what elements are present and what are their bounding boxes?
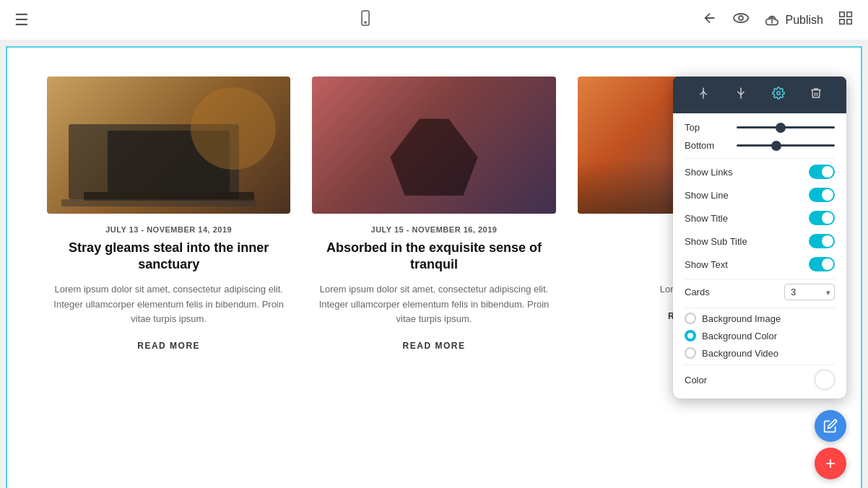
background-image-row: Background Image [685, 313, 835, 324]
card-2-read-more[interactable]: READ MORE [403, 341, 466, 351]
show-links-toggle[interactable] [809, 165, 835, 179]
show-line-label: Show Line [685, 190, 729, 201]
color-row: Color [685, 370, 835, 390]
background-video-radio[interactable] [685, 347, 696, 359]
background-color-label: Background Color [702, 331, 777, 341]
top-slider-row: Top [685, 122, 835, 133]
nav-center [357, 9, 374, 31]
show-line-row: Show Line [685, 186, 835, 204]
nav-left: ☰ [14, 11, 29, 30]
svg-point-11 [777, 92, 781, 95]
background-image-label: Background Image [702, 313, 781, 324]
bottom-label: Bottom [685, 140, 728, 151]
svg-rect-7 [847, 19, 851, 24]
color-label: Color [685, 375, 707, 385]
divider-2 [685, 279, 835, 279]
cards-label: Cards [685, 287, 710, 297]
color-swatch[interactable] [815, 370, 835, 390]
toolbar-actions [673, 77, 846, 113]
settings-button[interactable] [766, 84, 791, 106]
add-fab-button[interactable]: + [815, 448, 846, 479]
eye-icon[interactable] [732, 9, 750, 31]
show-sub-title-row: Show Sub Title [685, 232, 835, 250]
edit-fab-button[interactable] [815, 410, 846, 442]
background-image-radio[interactable] [685, 313, 696, 324]
background-video-row: Background Video [685, 347, 835, 359]
background-color-row: Background Color [685, 330, 835, 341]
toolbar-body: Top Bottom Show Links Show Line [673, 113, 846, 398]
divider-3 [685, 308, 835, 308]
back-icon[interactable] [702, 10, 718, 30]
cards-select[interactable]: 1 2 3 4 [784, 284, 835, 300]
card-1-read-more[interactable]: READ MORE [137, 341, 200, 351]
divider-4 [685, 365, 835, 365]
show-line-toggle[interactable] [809, 188, 835, 202]
delete-button[interactable] [804, 84, 828, 106]
nav-right: Publish [702, 9, 854, 31]
bottom-slider-row: Bottom [685, 140, 835, 151]
background-video-label: Background Video [702, 348, 778, 359]
show-text-toggle[interactable] [809, 257, 835, 271]
show-title-row: Show Title [685, 209, 835, 227]
publish-button[interactable]: Publish [764, 12, 823, 28]
card-2: JULY 15 - NOVEMBER 16, 2019 Absorbed in … [301, 77, 566, 352]
card-2-date: JULY 15 - NOVEMBER 16, 2019 [312, 225, 555, 234]
add-icon: + [825, 453, 836, 474]
divider-1 [685, 158, 835, 159]
layout-icon[interactable] [838, 10, 854, 30]
svg-point-3 [739, 16, 743, 20]
publish-label: Publish [786, 14, 823, 27]
phone-icon [357, 9, 374, 31]
top-slider[interactable] [737, 126, 835, 128]
card-2-title: Absorbed in the exquisite sense of tranq… [312, 240, 555, 274]
cards-select-row: Cards 1 2 3 4 [685, 284, 835, 300]
svg-point-2 [734, 14, 748, 22]
card-1-text: Lorem ipsum dolor sit amet, consectetur … [47, 282, 290, 327]
bottom-slider[interactable] [737, 144, 835, 147]
show-text-label: Show Text [685, 259, 728, 270]
card-1-date: JULY 13 - NOVEMBER 14, 2019 [47, 225, 290, 234]
show-text-row: Show Text [685, 256, 835, 273]
show-sub-title-label: Show Sub Title [685, 236, 747, 247]
top-label: Top [685, 122, 728, 133]
card-1-image [47, 77, 290, 214]
top-navigation: ☰ Publish [0, 0, 868, 40]
svg-rect-5 [840, 12, 844, 17]
card-1: JULY 13 - NOVEMBER 14, 2019 Stray gleams… [36, 77, 301, 352]
svg-point-1 [365, 22, 366, 23]
show-sub-title-toggle[interactable] [809, 234, 835, 248]
show-links-label: Show Links [685, 167, 732, 178]
move-down-button[interactable] [729, 84, 753, 106]
settings-panel: Top Bottom Show Links Show Line [673, 77, 846, 398]
show-title-toggle[interactable] [809, 211, 835, 225]
svg-rect-8 [840, 19, 844, 24]
background-color-radio[interactable] [685, 330, 696, 341]
show-title-label: Show Title [685, 213, 728, 224]
show-links-row: Show Links [685, 163, 835, 180]
main-canvas: JULY 13 - NOVEMBER 14, 2019 Stray gleams… [6, 46, 862, 488]
hamburger-icon[interactable]: ☰ [14, 11, 29, 30]
card-1-title: Stray gleams steal into the inner sanctu… [47, 240, 290, 274]
move-up-button[interactable] [691, 84, 716, 106]
svg-rect-6 [847, 12, 851, 17]
top-slider-thumb[interactable] [776, 123, 786, 133]
card-2-image [312, 77, 555, 214]
card-2-text: Lorem ipsum dolor sit amet, consectetur … [312, 282, 555, 327]
bottom-slider-thumb[interactable] [771, 141, 781, 151]
cards-select-wrapper: 1 2 3 4 [784, 284, 835, 300]
